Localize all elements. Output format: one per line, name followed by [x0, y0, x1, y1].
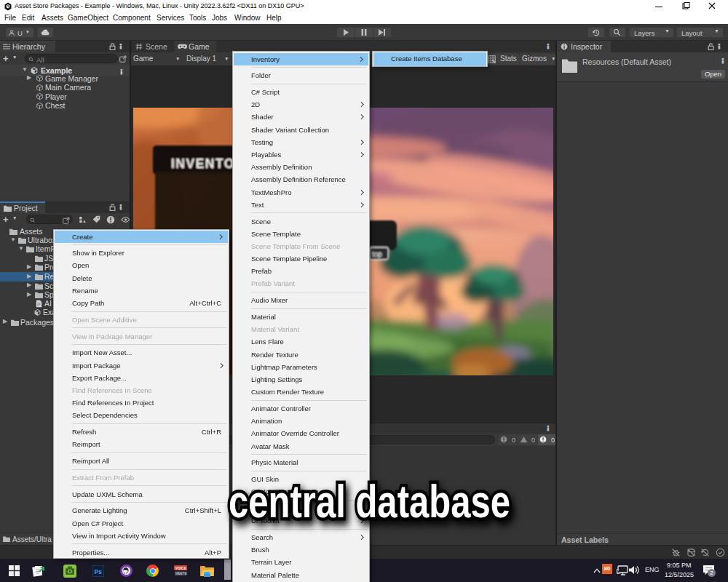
svg-text:MEETER: MEETER — [175, 572, 187, 575]
svg-text:top: top — [372, 250, 382, 258]
svg-text:central database: central database — [229, 476, 510, 527]
svg-text:VOICE: VOICE — [175, 566, 187, 570]
svg-text:INVENTO: INVENTO — [171, 156, 235, 171]
svg-text:Ps: Ps — [95, 568, 103, 575]
